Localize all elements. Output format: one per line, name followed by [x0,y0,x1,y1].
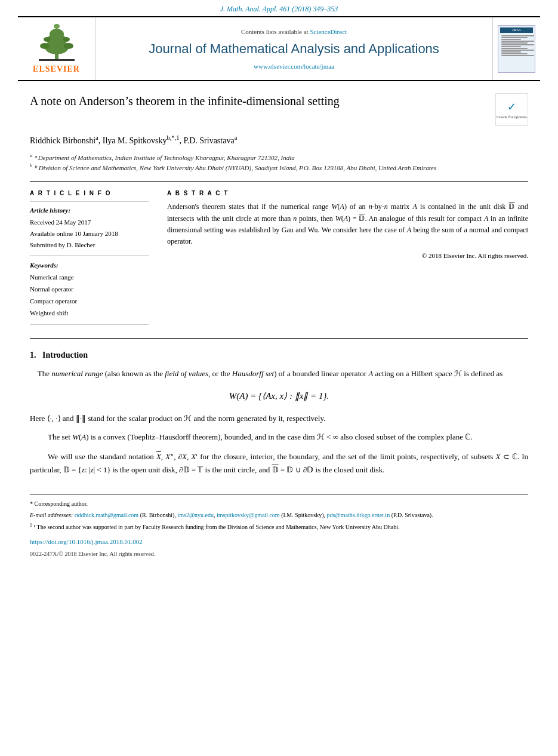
hausdorff-set-term: Hausdorff set [232,369,274,378]
contents-available: Contents lists available at ScienceDirec… [241,28,347,35]
keyword-3: Compact operator [30,296,149,308]
paper-title: A note on Anderson’s theorem in the infi… [30,93,486,109]
abstract-bottom-divider [30,338,528,339]
corresponding-author-note: * Corresponding author. [30,499,528,509]
svg-point-6 [44,37,51,42]
field-of-values-term: field of values, [165,369,210,378]
affiliations: a ᵃ Department of Mathematics, Indian In… [30,152,528,173]
footnotes: * Corresponding author. E-mail addresses… [30,494,528,559]
email-pds[interactable]: pds@maths.iitkgp.ernet.in [327,512,390,518]
journal-url[interactable]: www.elsevier.com/locate/jmaa [254,63,334,70]
elsevier-logo: ELSEVIER [33,23,81,74]
elsevier-logo-area: ELSEVIER [18,17,95,80]
email-note: E-mail addresses: riddhick.math@gmail.co… [30,511,528,520]
issn-line: 0022-247X/© 2018 Elsevier Inc. All right… [30,549,528,559]
keywords-list: Numerical range Normal operator Compact … [30,272,149,319]
intro-para1: The numerical range (also known as the f… [30,367,528,380]
journal-header: ELSEVIER Contents lists available at Sci… [18,16,540,81]
abstract-heading: A B S T R A C T [167,190,528,196]
doi-link[interactable]: https://doi.org/10.1016/j.jmaa.2018.01.0… [30,537,528,548]
affil-a2-super: a [235,134,238,141]
citation-bar: J. Math. Anal. Appl. 461 (2018) 349–353 [0,0,558,16]
intro-para3: The set W(A) is a convex (Toeplitz–Hausd… [30,431,528,443]
header-divider [30,181,528,182]
checkmark-icon: ✓ [507,100,516,113]
svg-point-4 [40,43,50,49]
intro-heading: 1. Introduction [30,351,528,360]
math-display-W: W(A) = {⟨Ax, x⟩ : ‖x‖ = 1}. [30,391,528,401]
email-imspitkovsky[interactable]: imspitkovsky@gmail.com [217,512,280,518]
abstract-text: Anderson's theorem states that if the nu… [167,201,528,247]
affiliation-a: a ᵃ Department of Mathematics, Indian In… [30,152,528,162]
journal-thumb-area: JMAA [492,17,540,80]
paper-title-section: A note on Anderson’s theorem in the infi… [30,93,528,126]
abstract-col: A B S T R A C T Anderson's theorem state… [167,190,528,329]
info-abstract-section: A R T I C L E I N F O Article history: R… [30,190,528,329]
journal-header-center: Contents lists available at ScienceDirec… [95,17,492,80]
keywords-bottom-divider [30,324,149,325]
received-date: Received 24 May 2017 [30,217,149,228]
citation-text: J. Math. Anal. Appl. 461 (2018) 349–353 [220,5,338,13]
article-body: A note on Anderson’s theorem in the infi… [0,81,558,571]
keyword-4: Weighted shift [30,308,149,319]
email-ims2[interactable]: ims2@nyu.edu [177,512,214,518]
history-label: Article history: [30,207,149,214]
svg-point-7 [63,37,70,42]
available-date: Available online 10 January 2018 [30,228,149,239]
authors-line: Riddhick Birbonshia, Ilya M. Spitkovskyb… [30,133,528,147]
affil-b-super: b,*,1 [167,134,179,141]
email-riddhick[interactable]: riddhick.math@gmail.com [75,512,139,518]
keyword-1: Numerical range [30,272,149,284]
svg-rect-8 [39,59,75,61]
submitted-by: Submitted by D. Blecher [30,239,149,251]
sciencedirect-link[interactable]: ScienceDirect [310,28,347,35]
elsevier-name: ELSEVIER [33,64,80,74]
page: J. Math. Anal. Appl. 461 (2018) 349–353 [0,0,558,756]
elsevier-tree-icon [33,23,81,62]
article-history: Received 24 May 2017 Available online 10… [30,217,149,250]
check-for-updates-badge: ✓ Check for updates [495,93,528,126]
article-info-heading: A R T I C L E I N F O [30,190,149,196]
numerical-range-term: numerical range [51,369,103,378]
footnote-1: 1 ¹ The second author was supported in p… [30,522,528,532]
svg-point-3 [50,29,64,39]
paper-title-wrapper: A note on Anderson’s theorem in the infi… [30,93,486,117]
copyright-line: © 2018 Elsevier Inc. All rights reserved… [167,252,528,259]
keywords-divider [30,255,149,256]
svg-point-5 [64,43,73,49]
svg-point-9 [54,24,60,29]
intro-number: 1. [30,351,36,359]
info-divider [30,201,149,202]
affiliation-b: b ᵇ Division of Science and Mathematics,… [30,162,528,173]
keywords-label: Keywords: [30,262,149,269]
journal-title: Journal of Mathematical Analysis and App… [149,41,439,57]
check-badge-label: Check for updates [497,115,527,119]
intro-title: Introduction [42,351,88,359]
intro-para4: We will use the standard notation X, X∘,… [30,450,528,476]
affil-a-super: a [95,134,98,141]
journal-thumbnail: JMAA [498,25,535,73]
intro-para2: Here ⟨·, ·⟩ and ‖·‖ stand for the scalar… [30,412,528,425]
keyword-2: Normal operator [30,284,149,296]
article-info-col: A R T I C L E I N F O Article history: R… [30,190,149,329]
